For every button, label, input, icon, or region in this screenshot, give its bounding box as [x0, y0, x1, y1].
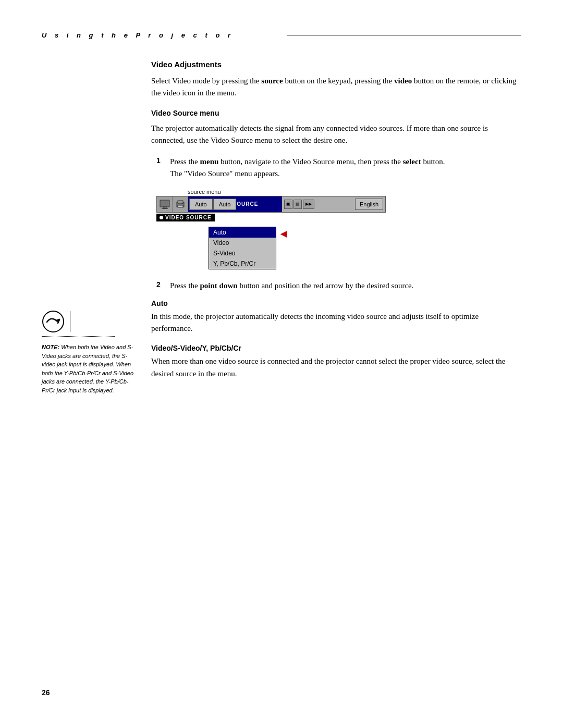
video-svideo-text: When more than one video source is conne… [151, 355, 521, 380]
note-body: When both the Video and S-Video jacks ar… [42, 344, 133, 393]
small-icon-2: ▤ [293, 200, 302, 209]
left-sidebar: NOTE: When both the Video and S-Video ja… [42, 60, 146, 394]
auto-text: In this mode, the projector automaticall… [151, 311, 521, 335]
video-source-menu-heading: Video Source menu [151, 109, 521, 117]
step-1-container: 1 Press the menu button, navigate to the… [156, 156, 521, 180]
logo-area [42, 310, 136, 333]
svg-rect-6 [178, 205, 183, 207]
header-line [287, 35, 521, 35]
step-1-item: 1 Press the menu button, navigate to the… [156, 156, 521, 180]
auto-box-2: Auto [213, 199, 237, 210]
auto-heading: Auto [151, 299, 521, 307]
dropdown-item-video: Video [209, 238, 276, 248]
sidebar-note-area: NOTE: When both the Video and S-Video ja… [42, 310, 136, 394]
small-icons-area: ▣ ▤ ▶▶ [284, 200, 314, 209]
video-source-menu-text: The projector automatically detects the … [151, 122, 521, 147]
step-1-line2: The "Video Source" menu appears. [170, 168, 445, 180]
page-header: U s i n g t h e P r o j e c t o r [0, 31, 563, 39]
step-2-container: 2 Press the point down button and positi… [156, 280, 521, 292]
svg-point-0 [43, 311, 64, 332]
page: U s i n g t h e P r o j e c t o r [0, 0, 563, 728]
page-number: 26 [42, 688, 50, 697]
header-title: U s i n g t h e P r o j e c t o r [42, 31, 276, 39]
red-arrow: ◀ [280, 229, 287, 239]
bullet-dot [160, 216, 163, 219]
main-content: Video Adjustments Select Video mode by p… [146, 60, 521, 394]
step-2-item: 2 Press the point down button and positi… [156, 280, 521, 292]
svg-rect-3 [162, 208, 168, 209]
video-source-bar: VIDEO SOURCE [156, 214, 521, 221]
source-menu-label: source menu [188, 189, 521, 195]
small-icon-1: ▣ [284, 200, 292, 209]
printer-icon [173, 196, 188, 212]
step-2-number: 2 [156, 280, 167, 292]
dropdown-item-y: Y, Pb/Cb, Pr/Cr [209, 258, 276, 269]
small-icon-3: ▶▶ [303, 200, 314, 209]
auto-box-1: Auto [189, 199, 213, 210]
source-menu-graphic: source menu [156, 189, 521, 269]
content-area: NOTE: When both the Video and S-Video ja… [0, 60, 563, 394]
monitor-icon [157, 196, 173, 212]
step-1-number: 1 [156, 156, 167, 180]
english-box: English [355, 199, 383, 210]
step-1-line1: Press the menu button, navigate to the V… [170, 156, 445, 168]
note-label: NOTE: [42, 344, 59, 350]
intro-text: Select Video mode by pressing the source… [151, 75, 521, 100]
sidebar-note-text: NOTE: When both the Video and S-Video ja… [42, 343, 136, 394]
vertical-divider [70, 311, 70, 332]
menu-bar: VIDEO SOURCE Auto Auto ▣ [156, 196, 386, 213]
dropdown-box: Auto Video S-Video Y, Pb/Cb, Pr/Cr [209, 227, 276, 269]
projector-logo-icon [42, 310, 65, 333]
auto-boxes: Auto Auto [189, 199, 236, 210]
video-source-bar-label: VIDEO SOURCE [156, 214, 215, 221]
svg-point-7 [182, 203, 183, 204]
svg-rect-2 [163, 207, 166, 208]
dropdown-menu: Auto Video S-Video Y, Pb/Cb, Pr/Cr ◀ [209, 227, 521, 269]
svg-rect-1 [160, 200, 169, 207]
svg-rect-5 [178, 201, 183, 203]
step-2-text: Press the point down button and position… [170, 280, 413, 292]
step-1-text: Press the menu button, navigate to the V… [170, 156, 445, 180]
dotted-line [42, 336, 115, 337]
video-svideo-heading: Video/S-Video/Y, Pb/Cb/Cr [151, 344, 521, 352]
dropdown-item-auto: Auto [209, 227, 276, 238]
dropdown-item-svideo: S-Video [209, 248, 276, 258]
section-heading: Video Adjustments [151, 60, 521, 69]
